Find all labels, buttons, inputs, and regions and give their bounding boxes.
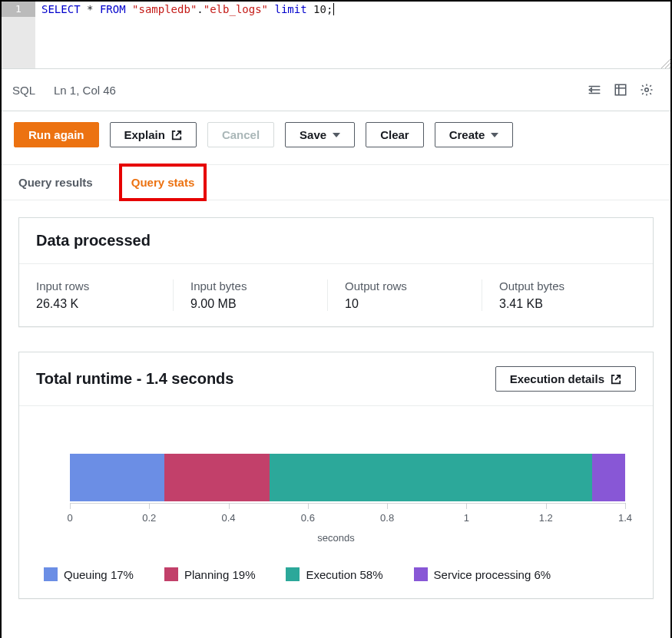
bar-segment-queuing bbox=[70, 454, 164, 501]
x-axis-line bbox=[70, 503, 625, 504]
cancel-button: Cancel bbox=[207, 122, 274, 147]
metric-output-bytes: Output bytes 3.41 KB bbox=[482, 279, 636, 311]
x-tick-label: 1.4 bbox=[618, 512, 632, 524]
x-tick bbox=[546, 503, 547, 509]
runtime-chart: seconds 00.20.40.60.811.21.4 bbox=[44, 426, 628, 554]
editor-gutter: 1 bbox=[2, 2, 35, 68]
metric-output-rows: Output rows 10 bbox=[327, 279, 482, 311]
x-tick bbox=[70, 503, 71, 509]
data-processed-card: Data processed Input rows 26.43 K Input … bbox=[18, 217, 654, 327]
save-button[interactable]: Save bbox=[285, 122, 355, 147]
total-runtime-title: Total runtime - 1.4 seconds bbox=[36, 370, 233, 388]
legend-service: Service processing 6% bbox=[414, 567, 551, 581]
bar-segment-execution bbox=[270, 454, 591, 501]
layout-icon[interactable] bbox=[607, 77, 634, 103]
x-tick bbox=[308, 503, 309, 509]
clear-button[interactable]: Clear bbox=[366, 122, 424, 147]
cursor-position: Ln 1, Col 46 bbox=[54, 84, 116, 97]
editor-statusbar: SQL Ln 1, Col 46 bbox=[2, 69, 670, 111]
editor-code-line[interactable]: SELECT * FROM "sampledb"."elb_logs" limi… bbox=[35, 2, 670, 17]
create-button[interactable]: Create bbox=[435, 122, 514, 147]
result-tabs: Query results Query stats bbox=[2, 165, 670, 200]
bar-segment-service-processing bbox=[592, 454, 625, 501]
caret-down-icon bbox=[333, 133, 340, 137]
svg-rect-0 bbox=[615, 84, 626, 95]
x-tick bbox=[149, 503, 150, 509]
run-button[interactable]: Run again bbox=[14, 122, 99, 147]
create-label: Create bbox=[449, 128, 485, 141]
x-tick-label: 0.6 bbox=[301, 512, 315, 524]
external-link-icon bbox=[171, 130, 182, 140]
explain-button[interactable]: Explain bbox=[110, 122, 197, 147]
stacked-bar bbox=[70, 454, 625, 501]
language-indicator: SQL bbox=[12, 84, 35, 97]
legend-execution: Execution 58% bbox=[286, 567, 382, 581]
query-toolbar: Run again Explain Cancel Save Clear Crea… bbox=[2, 111, 670, 165]
legend-queuing: Queuing 17% bbox=[44, 567, 134, 581]
line-number: 1 bbox=[2, 2, 35, 17]
resize-handle-icon[interactable] bbox=[660, 58, 670, 68]
x-tick-label: 1 bbox=[464, 512, 469, 524]
tab-query-stats[interactable]: Query stats bbox=[121, 165, 206, 200]
x-tick-label: 0 bbox=[67, 512, 72, 524]
chart-legend: Queuing 17% Planning 19% Execution 58% S… bbox=[44, 561, 628, 587]
legend-planning: Planning 19% bbox=[164, 567, 256, 581]
x-tick-label: 0.4 bbox=[222, 512, 236, 524]
sql-editor[interactable]: 1 SELECT * FROM "sampledb"."elb_logs" li… bbox=[2, 2, 670, 69]
bar-segment-planning bbox=[164, 454, 270, 501]
x-axis-label: seconds bbox=[44, 532, 628, 544]
total-runtime-card: Total runtime - 1.4 seconds Execution de… bbox=[18, 352, 654, 599]
metric-input-bytes: Input bytes 9.00 MB bbox=[173, 279, 327, 311]
x-tick-label: 1.2 bbox=[539, 512, 553, 524]
execution-details-button[interactable]: Execution details bbox=[495, 366, 636, 392]
x-tick bbox=[387, 503, 388, 509]
x-tick bbox=[466, 503, 467, 509]
metric-input-rows: Input rows 26.43 K bbox=[36, 279, 173, 311]
format-icon[interactable] bbox=[581, 77, 607, 103]
external-link-icon bbox=[611, 374, 621, 385]
x-tick-label: 0.2 bbox=[142, 512, 156, 524]
tab-query-results[interactable]: Query results bbox=[15, 165, 96, 200]
gear-icon[interactable] bbox=[634, 77, 660, 103]
x-tick bbox=[229, 503, 230, 509]
explain-label: Explain bbox=[124, 128, 165, 141]
x-tick-label: 0.8 bbox=[380, 512, 394, 524]
stats-content: Data processed Input rows 26.43 K Input … bbox=[2, 200, 670, 638]
data-processed-title: Data processed bbox=[36, 232, 151, 250]
svg-point-1 bbox=[645, 88, 649, 92]
x-tick bbox=[625, 503, 626, 509]
save-label: Save bbox=[300, 128, 326, 141]
caret-down-icon bbox=[491, 133, 498, 137]
